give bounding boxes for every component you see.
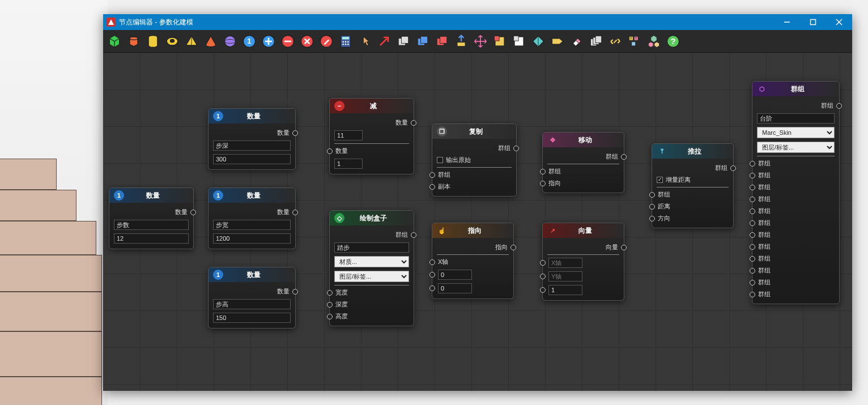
group-slot-2[interactable]: 群组 [757,181,835,193]
group-layer-select[interactable]: 图层/标签... [757,142,835,153]
tool-help-icon[interactable]: ? [664,32,682,50]
group-slot-5[interactable]: 群组 [757,217,835,229]
tool-duplicate-blue-icon[interactable] [414,32,432,50]
input-port[interactable] [750,208,755,214]
input-port-group[interactable] [649,192,655,198]
node-drawbox[interactable]: ◇绘制盒子 群组 材质... 图层/标签... 宽度 深度 高度 [329,210,414,326]
tool-arrow-icon[interactable] [375,32,393,50]
drawbox-name-input[interactable] [334,242,409,253]
close-button[interactable] [826,14,852,30]
input-port-x[interactable] [429,259,435,265]
input-port[interactable] [750,232,755,238]
subtract-b-input[interactable] [334,159,363,169]
input-port[interactable] [750,173,755,178]
group-slot-4[interactable]: 群组 [757,205,835,217]
node-number-stepwidth[interactable]: 1数量 数量 [208,187,296,249]
vector-y-input[interactable] [548,271,582,282]
orient-y-input[interactable] [438,270,472,280]
tool-copies-icon[interactable] [587,32,605,50]
input-port[interactable] [750,292,755,297]
tool-subtract-icon[interactable] [279,32,297,50]
input-port-z[interactable] [540,287,546,293]
stepwidth-label-input[interactable] [213,220,291,230]
output-port[interactable] [411,120,416,126]
group-slot-11[interactable]: 群组 [757,288,835,300]
group-slot-6[interactable]: 群组 [757,229,835,241]
tool-add-icon[interactable] [259,32,278,50]
input-port-direction[interactable] [649,216,655,221]
input-port[interactable] [750,280,755,285]
tool-cylinder-icon[interactable] [144,32,162,50]
tool-whitebox-icon[interactable] [510,32,528,50]
input-port-height[interactable] [327,314,333,319]
titlebar[interactable]: 节点编辑器 - 参数化建模 [103,14,852,30]
input-port[interactable] [750,256,755,262]
tool-eraser-icon[interactable] [568,32,586,50]
input-port-z[interactable] [429,285,435,291]
input-port[interactable] [750,220,755,226]
stepheight-label-input[interactable] [213,299,291,309]
output-port[interactable] [510,245,516,250]
tool-pyramid-icon[interactable] [182,32,201,50]
output-port[interactable] [292,210,298,215]
tool-diamond-icon[interactable] [529,32,547,50]
tool-move-up-icon[interactable] [452,32,470,50]
vector-x-input[interactable] [548,258,582,268]
input-port[interactable] [750,161,755,167]
output-original-checkbox[interactable] [437,157,443,163]
group-slot-0[interactable]: 群组 [757,157,835,169]
tool-hex-cylinder-icon[interactable] [125,32,143,50]
tool-duplicate-icon[interactable] [394,32,412,50]
stepdepth-label-input[interactable] [213,140,291,151]
tool-torus-icon[interactable] [163,32,181,50]
minimize-button[interactable] [774,14,800,30]
input-port-copies[interactable] [429,184,435,190]
node-subtract[interactable]: −减 数量 数量 [329,98,414,174]
tool-colorbox-icon[interactable] [491,32,509,50]
group-slot-8[interactable]: 群组 [757,253,835,265]
tool-pointer-icon[interactable] [356,32,374,50]
subtract-a-input[interactable] [334,130,363,140]
vector-z-input[interactable] [548,285,582,295]
input-port-depth[interactable] [327,302,333,308]
tool-pencil-icon[interactable] [317,32,335,50]
input-port-group[interactable] [429,172,435,178]
node-move[interactable]: ✥移动 群组 群组 指向 [542,132,624,193]
input-port[interactable] [750,244,755,250]
group-material-select[interactable]: Marc_Skin [757,127,835,138]
input-port-orient[interactable] [540,181,546,186]
input-port[interactable] [750,197,755,202]
tool-cone-icon[interactable] [202,32,220,50]
tool-link-icon[interactable] [606,32,624,50]
node-number-stepheight[interactable]: 1数量 数量 [208,267,296,329]
node-group-panel[interactable]: ⬡群组 群组 Marc_Skin 图层/标签... 群组群组群组群组群组群组群组… [752,81,840,304]
group-slot-1[interactable]: 群组 [757,169,835,181]
tool-cube-icon[interactable] [105,32,124,50]
output-port[interactable] [513,146,519,151]
output-port[interactable] [621,154,627,160]
tool-calculator-icon[interactable] [337,32,355,50]
node-number-steps[interactable]: 1数量 数量 [109,187,194,249]
output-port[interactable] [292,289,298,295]
output-port[interactable] [190,210,196,215]
group-name-input[interactable] [757,113,835,123]
node-pushpull[interactable]: ⤒推拉 群组 增量距离 群组 距离 方向 [652,143,734,228]
input-port[interactable] [750,185,755,190]
drawbox-layer-select[interactable]: 图层/标签... [334,271,409,282]
increment-distance-checkbox[interactable] [657,177,663,183]
input-port-x[interactable] [540,260,546,266]
input-port[interactable] [750,268,755,274]
steps-label-input[interactable] [114,220,189,230]
group-slot-3[interactable]: 群组 [757,193,835,205]
output-port[interactable] [836,103,842,109]
tool-multiply-icon[interactable] [298,32,316,50]
input-port-y[interactable] [429,272,435,278]
orient-z-input[interactable] [438,283,472,293]
tool-label-icon[interactable] [548,32,567,50]
group-slot-10[interactable]: 群组 [757,276,835,288]
node-orient[interactable]: ☝指向 指向 X轴 [432,223,514,299]
input-port-group[interactable] [540,169,546,174]
tool-text-labels-icon[interactable]: TT [626,32,644,50]
output-port[interactable] [292,130,298,136]
group-slot-9[interactable]: 群组 [757,265,835,276]
